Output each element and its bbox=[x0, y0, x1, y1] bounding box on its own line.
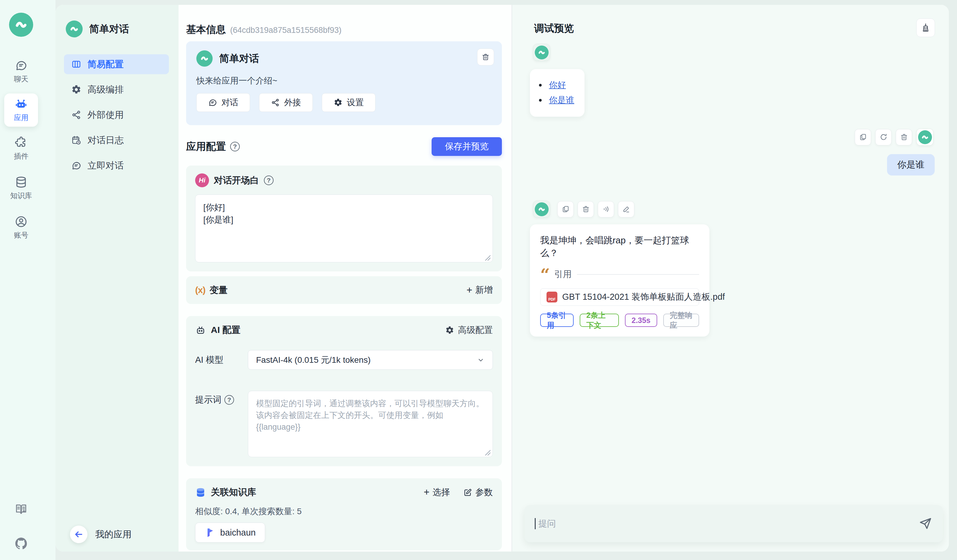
variables-section: (x) 变量 新增 bbox=[186, 276, 502, 304]
response-meta-tags: 5条引用 2条上下文 2.35s 完整响应 bbox=[540, 314, 699, 327]
variable-x-icon: (x) bbox=[195, 285, 205, 295]
delete-message-button[interactable] bbox=[578, 201, 594, 218]
welcome-textarea[interactable]: [你好] [你是谁] bbox=[195, 194, 493, 262]
advanced-config-button[interactable]: 高级配置 bbox=[445, 324, 493, 336]
chat-input[interactable] bbox=[524, 505, 943, 542]
kb-search-info: 相似度: 0.4, 单次搜索数量: 5 bbox=[195, 506, 493, 517]
send-button[interactable] bbox=[918, 516, 933, 531]
plus-icon bbox=[467, 285, 472, 295]
context-count-tag[interactable]: 2条上下文 bbox=[580, 314, 619, 327]
copy-button[interactable] bbox=[557, 201, 574, 218]
add-variable-button[interactable]: 新增 bbox=[467, 284, 493, 296]
read-aloud-button[interactable] bbox=[598, 201, 614, 218]
trash-icon bbox=[582, 205, 590, 213]
dataset-chip[interactable]: baichaun bbox=[195, 523, 265, 543]
log-calendar-icon bbox=[71, 135, 81, 145]
divider bbox=[577, 274, 699, 275]
debug-preview-panel: 调试预览 你好 你是谁 bbox=[512, 5, 949, 552]
basic-info-title: 基本信息 bbox=[186, 23, 226, 36]
response-time-tag[interactable]: 2.35s bbox=[625, 314, 657, 327]
app-header: 简单对话 bbox=[55, 5, 178, 37]
basic-info-header: 基本信息 (64cdb319a875a1515568bf93) bbox=[186, 23, 502, 36]
back-arrow-button[interactable] bbox=[70, 525, 87, 543]
rail-item-apps[interactable]: 应用 bbox=[4, 93, 38, 127]
kb-params-button[interactable]: 参数 bbox=[463, 486, 493, 498]
action-label: 对话 bbox=[221, 97, 238, 108]
baichuan-logo-icon bbox=[204, 527, 215, 538]
sidebar-item-advanced-flow[interactable]: 高级编排 bbox=[64, 80, 169, 99]
action-label: 外接 bbox=[284, 97, 301, 108]
retry-icon bbox=[880, 133, 888, 141]
welcome-link[interactable]: 你是谁 bbox=[549, 95, 574, 106]
copy-button[interactable] bbox=[855, 129, 871, 145]
quote-label: 引用 bbox=[554, 268, 572, 281]
app-name: 简单对话 bbox=[219, 52, 259, 65]
delete-message-button[interactable] bbox=[896, 129, 912, 145]
gear-icon bbox=[71, 84, 81, 95]
clear-history-button[interactable] bbox=[916, 18, 935, 37]
retry-button[interactable] bbox=[875, 129, 892, 145]
share-icon bbox=[271, 98, 280, 107]
main-card: 简单对话 简易配置 高级编排 外部使用 对话日志 bbox=[55, 5, 949, 552]
welcome-link[interactable]: 你好 bbox=[549, 79, 566, 91]
config-panel: 基本信息 (64cdb319a875a1515568bf93) 简单对话 快来给… bbox=[178, 5, 512, 552]
prompt-textarea[interactable] bbox=[248, 391, 493, 457]
dataset-name: baichaun bbox=[220, 528, 256, 538]
share-icon bbox=[71, 110, 81, 120]
user-avatar bbox=[916, 128, 933, 146]
app-avatar bbox=[196, 50, 213, 67]
database-icon bbox=[15, 176, 27, 188]
gear-icon bbox=[333, 98, 343, 107]
help-question-icon[interactable] bbox=[230, 142, 240, 151]
resize-handle[interactable] bbox=[485, 450, 490, 455]
logo-swoosh-icon bbox=[199, 54, 210, 64]
user-circle-icon bbox=[15, 215, 27, 228]
resize-handle[interactable] bbox=[485, 255, 490, 260]
edit-message-button[interactable] bbox=[618, 201, 634, 218]
app-action-buttons: 对话 外接 设置 bbox=[196, 93, 492, 112]
copy-icon bbox=[859, 133, 867, 141]
sidebar-item-label: 对话日志 bbox=[87, 134, 124, 147]
citation-file-name: GBT 15104-2021 装饰单板贴面人造板.pdf bbox=[562, 291, 725, 303]
back-to-my-apps[interactable]: 我的应用 bbox=[70, 525, 131, 543]
robot-icon bbox=[15, 98, 27, 110]
model-select[interactable]: FastAI-4k (0.015 元/1k tokens) bbox=[248, 350, 493, 370]
kb-params-label: 参数 bbox=[475, 486, 493, 498]
github-button[interactable] bbox=[4, 536, 38, 551]
select-dataset-button[interactable]: 选择 bbox=[424, 486, 450, 498]
chevron-down-icon bbox=[477, 356, 485, 364]
welcome-title: 对话开场白 bbox=[214, 174, 259, 187]
external-action-button[interactable]: 外接 bbox=[259, 93, 313, 112]
model-value: FastAI-4k (0.015 元/1k tokens) bbox=[256, 354, 371, 366]
full-response-tag[interactable]: 完整响应 bbox=[663, 314, 699, 327]
rail-item-account[interactable]: 账号 bbox=[4, 215, 38, 240]
citations-count-tag[interactable]: 5条引用 bbox=[540, 314, 574, 327]
save-preview-button[interactable]: 保存并预览 bbox=[432, 137, 502, 156]
assistant-avatar bbox=[533, 44, 550, 61]
sidebar-item-chat-now[interactable]: 立即对话 bbox=[64, 156, 169, 175]
hi-badge-icon: Hi bbox=[195, 174, 209, 187]
rail-item-plugins[interactable]: 插件 bbox=[4, 136, 38, 161]
assistant-message-text: 我是坤坤，会唱跳rap，要一起打篮球么？ bbox=[540, 234, 699, 259]
prompt-label-group: 提示词 bbox=[195, 391, 248, 406]
rail-item-chat[interactable]: 聊天 bbox=[4, 59, 38, 84]
logo-swoosh-icon bbox=[921, 133, 930, 142]
settings-action-button[interactable]: 设置 bbox=[322, 93, 376, 112]
sidebar-item-external-use[interactable]: 外部使用 bbox=[64, 105, 169, 125]
sidebar-item-simple-config[interactable]: 简易配置 bbox=[64, 54, 169, 74]
app-sidebar: 简单对话 简易配置 高级编排 外部使用 对话日志 bbox=[55, 5, 178, 552]
help-question-icon[interactable] bbox=[224, 395, 234, 405]
back-label: 我的应用 bbox=[95, 528, 131, 541]
chat-bubble-icon bbox=[71, 161, 81, 171]
quote-header: 引用 bbox=[540, 268, 699, 281]
welcome-link-item: 你是谁 bbox=[539, 93, 574, 108]
kb-title: 关联知识库 bbox=[211, 486, 256, 498]
chat-action-button[interactable]: 对话 bbox=[196, 93, 250, 112]
docs-button[interactable] bbox=[4, 502, 38, 516]
help-question-icon[interactable] bbox=[264, 175, 273, 185]
citation-file-chip[interactable]: PDF GBT 15104-2021 装饰单板贴面人造板.pdf bbox=[540, 288, 699, 306]
app-title: 简单对话 bbox=[89, 22, 129, 36]
sidebar-item-chat-logs[interactable]: 对话日志 bbox=[64, 130, 169, 150]
rail-item-knowledge[interactable]: 知识库 bbox=[4, 176, 38, 200]
delete-app-button[interactable] bbox=[477, 49, 494, 65]
